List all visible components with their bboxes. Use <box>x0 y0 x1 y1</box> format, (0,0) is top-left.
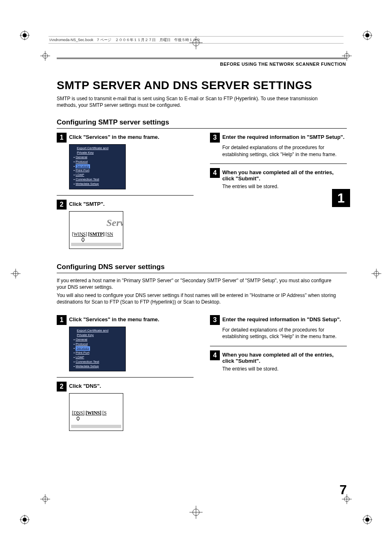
smtp-crop-screenshot: Serv [WINS] [SMTP] [SN <box>69 211 123 249</box>
menu-screenshot: Export Certificate and Private Key Gener… <box>69 327 126 371</box>
dns-heading: Configuring DNS server settings <box>57 263 347 273</box>
dns-intro-2: You will also need to configure your DNS… <box>57 292 336 305</box>
step-title: When you have completed all of the entri… <box>222 350 347 364</box>
menu-screenshot: Export Certificate and Private Key Gener… <box>69 144 126 189</box>
crosshair-icon <box>189 506 203 519</box>
step-number-badge: 1 <box>57 315 67 325</box>
running-header: !Andromeda-NS_Sec.book 7 ページ ２００６年１１月２７日… <box>48 36 344 44</box>
step-body: The entries will be stored. <box>222 366 347 372</box>
step-number-badge: 2 <box>57 382 67 391</box>
register-mark-icon <box>362 515 372 525</box>
step-body: The entries will be stored. <box>222 183 347 190</box>
register-mark-icon <box>362 30 372 40</box>
step-number-badge: 3 <box>210 133 220 143</box>
step-body: For detailed explanations of the procedu… <box>222 327 347 340</box>
svg-point-7 <box>365 518 369 522</box>
smtp-heading: Configuring SMTP server settings <box>57 118 347 129</box>
step-number-badge: 1 <box>57 133 67 143</box>
chapter-tab: 1 <box>332 189 350 207</box>
register-mark-icon <box>20 515 30 525</box>
step-number-badge: 3 <box>210 315 220 325</box>
step-title: When you have completed all of the entri… <box>222 168 347 182</box>
svg-point-3 <box>365 33 369 37</box>
step-title: Click "DNS". <box>69 382 194 389</box>
page-number: 7 <box>339 482 347 497</box>
step-number-badge: 4 <box>210 350 220 360</box>
step-title: Enter the required information in "DNS S… <box>222 315 347 322</box>
cursor-icon <box>75 414 81 421</box>
step-body: For detailed explanations of the procedu… <box>222 144 347 157</box>
register-mark-icon <box>20 30 30 40</box>
step-number-badge: 4 <box>210 168 220 178</box>
svg-point-5 <box>23 518 27 522</box>
step-number-badge: 2 <box>57 200 67 210</box>
crosshair-icon <box>39 493 52 506</box>
dns-intro-1: If you entered a host name in "Primary S… <box>57 277 336 290</box>
step-title: Click "Services" in the menu frame. <box>69 133 194 140</box>
page-title: SMTP SERVER AND DNS SERVER SETTINGS <box>57 79 347 92</box>
dns-crop-screenshot: [DNS] [WINS] [S <box>69 393 123 431</box>
cursor-icon <box>80 235 86 242</box>
step-title: Click "Services" in the menu frame. <box>69 315 194 322</box>
intro-paragraph: SMTP is used to transmit e-mail that is … <box>57 95 336 108</box>
section-rule <box>57 58 347 59</box>
crosshair-icon <box>39 49 52 62</box>
crosshair-icon <box>370 267 383 280</box>
step-title: Enter the required information in "SMTP … <box>222 133 347 140</box>
section-name: BEFORE USING THE NETWORK SCANNER FUNCTIO… <box>57 62 347 67</box>
crosshair-icon <box>9 267 22 280</box>
step-title: Click "SMTP". <box>69 200 194 207</box>
svg-point-1 <box>23 33 27 37</box>
